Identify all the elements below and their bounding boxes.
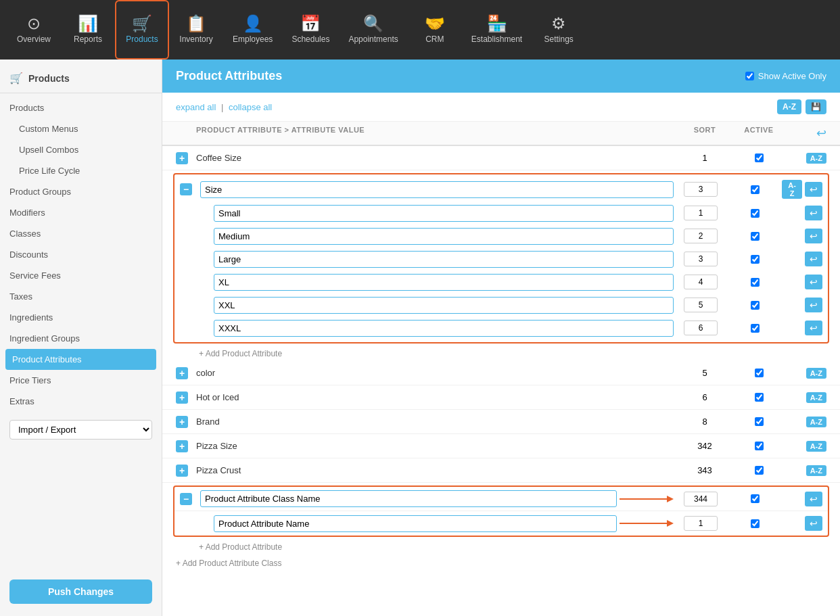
- xl-sort-input[interactable]: [684, 275, 718, 289]
- hot-or-iced-active-checkbox[interactable]: [755, 393, 764, 402]
- pac-sort-input[interactable]: [684, 492, 718, 506]
- color-az-button[interactable]: A-Z: [806, 368, 826, 379]
- nav-item-crm[interactable]: 🤝 CRM: [408, 0, 462, 60]
- sidebar-item-products[interactable]: Products: [0, 97, 162, 118]
- collapse-all-link[interactable]: collapse all: [229, 102, 272, 112]
- medium-sort-input[interactable]: [684, 229, 718, 243]
- sidebar-item-service-fees[interactable]: Service Fees: [0, 265, 162, 286]
- red-arrow-annotation-2: [620, 517, 674, 529]
- nav-item-overview[interactable]: ⊙ Overview: [7, 0, 61, 60]
- nav-item-employees[interactable]: 👤 Employees: [223, 0, 282, 60]
- sidebar-item-extras[interactable]: Extras: [0, 391, 162, 412]
- coffee-size-az-button[interactable]: A-Z: [806, 153, 826, 164]
- sidebar-item-price-life-cycle[interactable]: Price Life Cycle: [0, 160, 162, 181]
- main-content: Product Attributes Show Active Only expa…: [162, 60, 840, 616]
- sidebar-item-taxes[interactable]: Taxes: [0, 286, 162, 307]
- brand-active-checkbox[interactable]: [755, 417, 764, 426]
- pan-active-checkbox[interactable]: [751, 519, 760, 528]
- collapse-pac-button[interactable]: −: [180, 493, 192, 505]
- sidebar-item-custom-menus[interactable]: Custom Menus: [0, 118, 162, 139]
- large-row: ↩: [174, 247, 828, 270]
- xxl-back-button[interactable]: ↩: [805, 298, 822, 312]
- add-product-attribute-class-link[interactable]: + Add Product Attribute Class: [162, 554, 840, 572]
- show-active-only-checkbox[interactable]: [745, 72, 754, 80]
- pac-back-button[interactable]: ↩: [805, 492, 822, 506]
- pizza-size-active-checkbox[interactable]: [755, 442, 764, 450]
- save-button[interactable]: 💾: [806, 99, 826, 114]
- size-back-button[interactable]: ↩: [805, 182, 822, 197]
- xxl-sort-input[interactable]: [684, 298, 718, 312]
- medium-back-button[interactable]: ↩: [805, 229, 822, 243]
- expand-brand-button[interactable]: +: [176, 416, 188, 428]
- sidebar-item-modifiers[interactable]: Modifiers: [0, 202, 162, 223]
- sidebar-item-ingredients[interactable]: Ingredients: [0, 307, 162, 328]
- large-back-button[interactable]: ↩: [805, 252, 822, 266]
- expand-coffee-size-button[interactable]: +: [176, 152, 188, 164]
- expand-hot-or-iced-button[interactable]: +: [176, 392, 188, 404]
- size-az-button[interactable]: A-Z: [782, 180, 802, 199]
- nav-item-reports[interactable]: 📊 Reports: [61, 0, 115, 60]
- size-active-checkbox[interactable]: [751, 185, 760, 194]
- color-row: + color 5 A-Z: [162, 361, 840, 385]
- pizza-size-row: + Pizza Size 342 A-Z: [162, 434, 840, 458]
- large-sort-input[interactable]: [684, 252, 718, 266]
- expand-color-button[interactable]: +: [176, 367, 188, 379]
- small-sort-input[interactable]: [684, 206, 718, 220]
- nav-item-appointments[interactable]: 🔍 Appointments: [339, 0, 407, 60]
- pac-name-input[interactable]: [200, 490, 617, 507]
- sidebar-item-ingredient-groups[interactable]: Ingredient Groups: [0, 328, 162, 349]
- expand-pizza-crust-button[interactable]: +: [176, 465, 188, 477]
- sidebar-item-discounts[interactable]: Discounts: [0, 244, 162, 265]
- small-back-button[interactable]: ↩: [805, 206, 822, 220]
- nav-item-settings[interactable]: ⚙ Settings: [532, 0, 586, 60]
- az-sort-button[interactable]: A-Z: [777, 99, 801, 114]
- push-changes-button[interactable]: Push Changes: [9, 579, 152, 604]
- xl-back-button[interactable]: ↩: [805, 275, 822, 289]
- pan-back-button[interactable]: ↩: [805, 516, 822, 531]
- size-name-input[interactable]: [200, 181, 674, 198]
- collapse-size-button[interactable]: −: [180, 183, 192, 195]
- xxxl-back-button[interactable]: ↩: [805, 321, 822, 335]
- xl-name-input[interactable]: [214, 274, 674, 291]
- large-active-checkbox[interactable]: [751, 255, 760, 264]
- nav-item-products[interactable]: 🛒 Products: [115, 0, 169, 60]
- employees-icon: 👤: [243, 16, 263, 32]
- sidebar-item-product-groups[interactable]: Product Groups: [0, 181, 162, 202]
- small-name-input[interactable]: [214, 205, 674, 222]
- pac-active-checkbox[interactable]: [751, 494, 760, 503]
- hot-or-iced-az-button[interactable]: A-Z: [806, 392, 826, 403]
- import-export-dropdown-container[interactable]: Import / Export: [0, 414, 162, 445]
- xxxl-active-checkbox[interactable]: [751, 324, 760, 333]
- nav-item-establishment[interactable]: 🏪 Establishment: [462, 0, 532, 60]
- sidebar-item-classes[interactable]: Classes: [0, 223, 162, 244]
- add-product-attribute-link-bottom[interactable]: + Add Product Attribute: [162, 540, 840, 554]
- back-arrow-icon[interactable]: ↩: [816, 126, 826, 140]
- size-sort-input[interactable]: [684, 182, 718, 197]
- add-product-attribute-link-size[interactable]: + Add Product Attribute: [162, 346, 840, 361]
- nav-item-inventory[interactable]: 📋 Inventory: [169, 0, 223, 60]
- pizza-size-az-button[interactable]: A-Z: [806, 441, 826, 452]
- brand-az-button[interactable]: A-Z: [806, 417, 826, 427]
- medium-active-checkbox[interactable]: [751, 232, 760, 241]
- xxxl-name-input[interactable]: [214, 320, 674, 337]
- pizza-crust-active-checkbox[interactable]: [755, 466, 764, 475]
- xxl-name-input[interactable]: [214, 297, 674, 314]
- sidebar-item-upsell-combos[interactable]: Upsell Combos: [0, 139, 162, 160]
- expand-pizza-size-button[interactable]: +: [176, 440, 188, 452]
- xl-active-checkbox[interactable]: [751, 278, 760, 287]
- import-export-select[interactable]: Import / Export: [9, 420, 152, 440]
- pan-sort-input[interactable]: [684, 516, 718, 531]
- small-active-checkbox[interactable]: [751, 209, 760, 218]
- xxxl-sort-input[interactable]: [684, 321, 718, 335]
- color-active-checkbox[interactable]: [755, 369, 764, 377]
- pizza-crust-az-button[interactable]: A-Z: [806, 465, 826, 476]
- nav-item-schedules[interactable]: 📅 Schedules: [282, 0, 339, 60]
- coffee-size-active-checkbox[interactable]: [755, 153, 764, 162]
- large-name-input[interactable]: [214, 251, 674, 268]
- xxl-active-checkbox[interactable]: [751, 301, 760, 310]
- sidebar-item-product-attributes[interactable]: Product Attributes: [5, 349, 156, 370]
- expand-all-link[interactable]: expand all: [176, 102, 216, 112]
- medium-name-input[interactable]: [214, 228, 674, 245]
- sidebar-item-price-tiers[interactable]: Price Tiers: [0, 370, 162, 391]
- pan-name-input[interactable]: [214, 515, 617, 532]
